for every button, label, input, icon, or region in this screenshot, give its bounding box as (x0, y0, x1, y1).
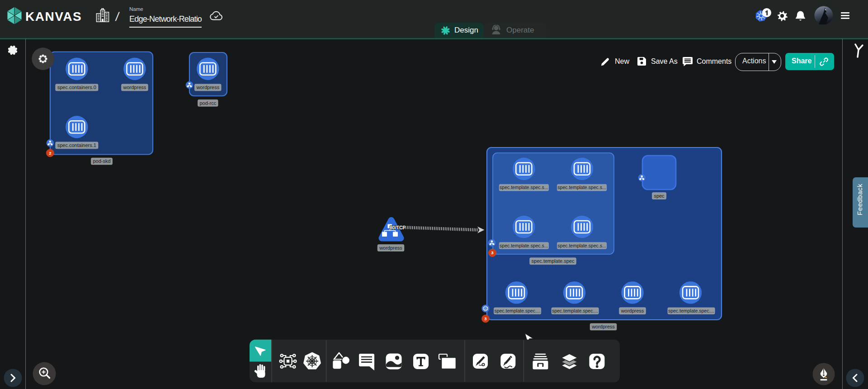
svg-text:pod-skd: pod-skd (93, 158, 110, 164)
svg-text:wordpress: wordpress (196, 85, 219, 90)
svg-text:wordpress: wordpress (621, 308, 644, 313)
svg-text:wordpress: wordpress (379, 245, 402, 251)
svg-text:wordpress: wordpress (123, 85, 146, 90)
svg-text:80/TCP: 80/TCP (390, 225, 406, 230)
svg-text:spec.template.spec.s...: spec.template.spec.s... (500, 185, 548, 190)
svg-text:2: 2 (49, 151, 51, 156)
svg-text:spec: spec (654, 193, 665, 199)
svg-text:spec.containers.1: spec.containers.1 (57, 142, 96, 148)
svg-text:spec.template.spec....: spec.template.spec.... (668, 308, 714, 313)
svg-text:3: 3 (484, 316, 486, 321)
svg-text:spec.template.spec.s...: spec.template.spec.s... (557, 243, 606, 248)
svg-text:wordpress: wordpress (591, 324, 615, 329)
svg-text:spec.template.spec: spec.template.spec (532, 258, 575, 264)
svg-text:spec.containers.0: spec.containers.0 (57, 85, 96, 90)
svg-text:pod-rcc: pod-rcc (199, 100, 216, 106)
svg-text:3: 3 (491, 250, 493, 255)
svg-text:spec.template.spec....: spec.template.spec.... (552, 308, 598, 313)
svg-text:spec.template.spec....: spec.template.spec.... (494, 308, 540, 313)
svg-text:spec.template.spec.s...: spec.template.spec.s... (500, 243, 548, 248)
svg-text:spec.template.spec.s...: spec.template.spec.s... (557, 185, 606, 190)
